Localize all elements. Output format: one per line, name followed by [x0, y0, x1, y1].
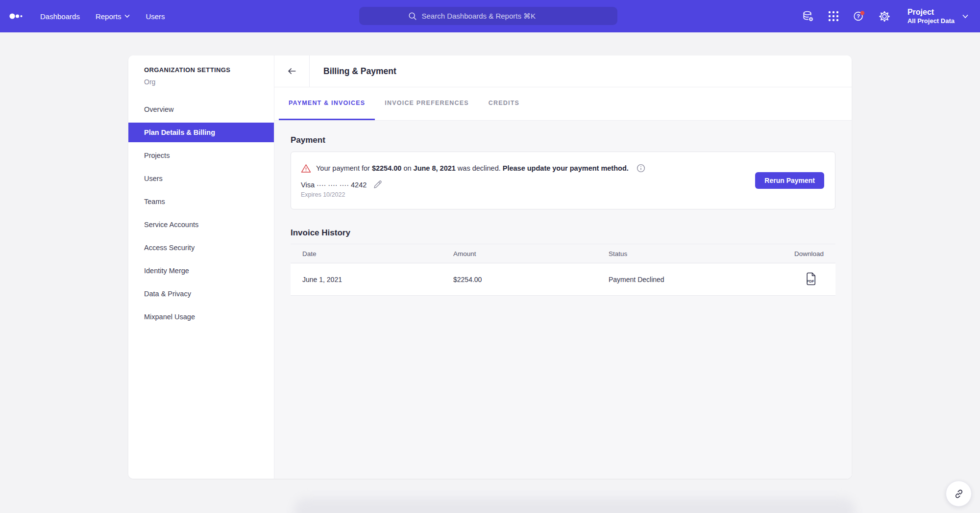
- back-button[interactable]: [274, 55, 310, 87]
- card-number: Visa ···· ···· ···· 4242: [301, 181, 367, 189]
- chevron-down-icon: [124, 14, 130, 18]
- payment-card: Your payment for $2254.00 on June 8, 202…: [291, 152, 835, 209]
- primary-nav: Dashboards Reports Users: [32, 0, 173, 32]
- invoice-table: Date Amount Status Download June 1, 2021…: [291, 244, 835, 296]
- sidebar-item-access-security[interactable]: Access Security: [128, 238, 274, 257]
- sidebar-item-plan-details-billing[interactable]: Plan Details & Billing: [128, 123, 274, 142]
- settings-gear-icon[interactable]: [878, 10, 891, 23]
- help-icon[interactable]: ?: [853, 10, 865, 23]
- arrow-left-icon: [287, 66, 297, 77]
- nav-item-dashboards[interactable]: Dashboards: [32, 0, 88, 32]
- nav-item-users[interactable]: Users: [138, 0, 172, 32]
- sidebar-heading: ORGANIZATION SETTINGS: [144, 66, 274, 74]
- search-input[interactable]: [422, 12, 569, 20]
- rerun-payment-button[interactable]: Rerun Payment: [755, 172, 824, 189]
- column-header-status: Status: [609, 250, 777, 257]
- sidebar-item-projects[interactable]: Projects: [128, 146, 274, 165]
- sidebar-item-service-accounts[interactable]: Service Accounts: [128, 215, 274, 234]
- column-header-date: Date: [302, 250, 453, 257]
- project-switcher-subtitle: All Project Data: [907, 17, 955, 25]
- billing-main-column: Billing & Payment PAYMENT & INVOICES INV…: [274, 55, 852, 479]
- org-settings-sidebar: ORGANIZATION SETTINGS Org Overview Plan …: [128, 55, 274, 479]
- payment-section-title: Payment: [291, 121, 835, 145]
- invoice-history-section-title: Invoice History: [291, 209, 835, 238]
- invoice-row: June 1, 2021 $2254.00 Payment Declined P…: [291, 263, 835, 296]
- sidebar-item-mixpanel-usage[interactable]: Mixpanel Usage: [128, 307, 274, 327]
- project-switcher-title: Project: [907, 7, 955, 17]
- invoice-date: June 1, 2021: [302, 276, 453, 283]
- invoice-table-header: Date Amount Status Download: [291, 244, 835, 263]
- nav-item-label: Reports: [96, 12, 122, 21]
- sidebar-item-identity-merge[interactable]: Identity Merge: [128, 261, 274, 281]
- card-on-file: Visa ···· ···· ···· 4242: [301, 180, 825, 189]
- column-header-download: Download: [777, 250, 824, 257]
- chevron-down-icon: [962, 14, 968, 19]
- settings-panel: ORGANIZATION SETTINGS Org Overview Plan …: [128, 55, 852, 479]
- sidebar-item-overview[interactable]: Overview: [128, 100, 274, 119]
- apps-grid-icon[interactable]: [827, 10, 840, 23]
- card-expiry: Expires 10/2022: [301, 191, 825, 198]
- svg-text:?: ?: [857, 13, 860, 19]
- invoice-status: Payment Declined: [609, 276, 777, 283]
- data-management-icon[interactable]: [802, 10, 814, 23]
- sidebar-item-teams[interactable]: Teams: [128, 192, 274, 211]
- payment-declined-warning: Your payment for $2254.00 on June 8, 202…: [301, 163, 825, 174]
- info-icon[interactable]: [637, 164, 645, 173]
- search-icon: [408, 12, 417, 21]
- copy-link-button[interactable]: [946, 481, 972, 507]
- global-search[interactable]: [359, 7, 617, 25]
- billing-tabs: PAYMENT & INVOICES INVOICE PREFERENCES C…: [274, 87, 852, 121]
- nav-item-label: Users: [146, 12, 165, 21]
- billing-content: Payment Your payment for $2254.00 on Jun…: [274, 121, 852, 479]
- warning-text: Your payment for $2254.00 on June 8, 202…: [316, 163, 629, 174]
- bottom-glow-shadow: [294, 498, 855, 513]
- tab-payment-invoices[interactable]: PAYMENT & INVOICES: [279, 87, 375, 120]
- page-title: Billing & Payment: [323, 66, 396, 77]
- nav-item-reports[interactable]: Reports: [88, 0, 138, 32]
- nav-right-cluster: ? Project All Project Data: [802, 0, 980, 32]
- invoice-amount: $2254.00: [453, 276, 609, 283]
- edit-pencil-icon[interactable]: [373, 180, 382, 189]
- sidebar-item-users[interactable]: Users: [128, 169, 274, 188]
- sidebar-item-data-privacy[interactable]: Data & Privacy: [128, 284, 274, 304]
- top-nav: Dashboards Reports Users: [0, 0, 980, 32]
- notification-badge: [860, 11, 865, 15]
- tab-credits[interactable]: CREDITS: [479, 87, 529, 120]
- page-header: Billing & Payment: [274, 55, 852, 87]
- download-pdf-icon[interactable]: PDF: [806, 272, 824, 285]
- org-name: Org: [144, 78, 274, 86]
- nav-item-label: Dashboards: [40, 12, 80, 21]
- sidebar-nav-list: Overview Plan Details & Billing Projects…: [128, 100, 274, 327]
- warning-triangle-icon: [301, 164, 311, 173]
- link-icon: [954, 488, 964, 499]
- project-switcher[interactable]: Project All Project Data: [907, 7, 968, 25]
- column-header-amount: Amount: [453, 250, 609, 257]
- svg-text:PDF: PDF: [807, 279, 814, 283]
- tab-invoice-preferences[interactable]: INVOICE PREFERENCES: [375, 87, 478, 120]
- mixpanel-logo-icon[interactable]: [9, 12, 25, 20]
